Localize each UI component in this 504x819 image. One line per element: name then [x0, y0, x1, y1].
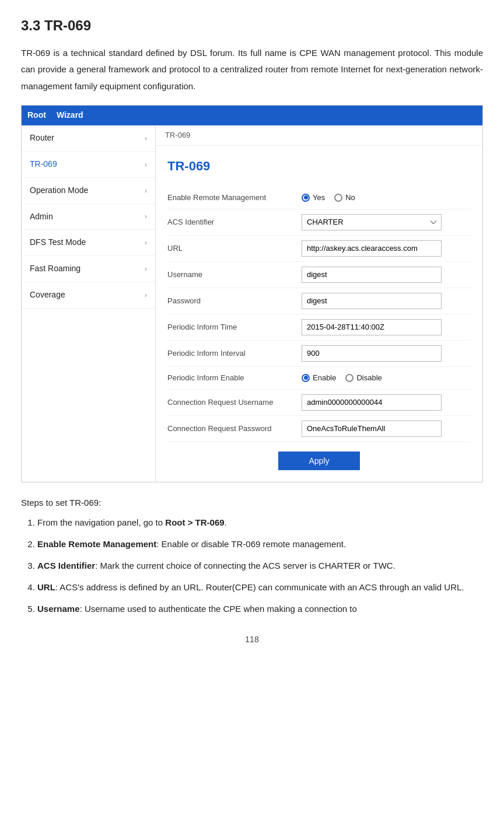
value-username [302, 267, 471, 283]
radio-enable-remote-management: Yes No [302, 191, 355, 204]
step-5: Username: Username used to authenticate … [37, 601, 483, 617]
breadcrumb: TR-069 [156, 125, 482, 146]
field-periodic-inform-interval: Periodic Inform Interval [167, 341, 471, 367]
radio-yes-label: Yes [313, 191, 325, 204]
field-periodic-inform-time: Periodic Inform Time [167, 314, 471, 341]
sidebar-item-coverage[interactable]: Coverage › [22, 282, 155, 309]
label-password: Password [167, 295, 302, 307]
ui-panel: Root Wizard Router › TR-069 › Operation … [21, 105, 483, 482]
step-4: URL: ACS's address is defined by an URL.… [37, 579, 483, 595]
radio-disable-label: Disable [356, 372, 382, 384]
label-url: URL [167, 242, 302, 255]
value-url [302, 240, 471, 257]
value-periodic-inform-enable: Enable Disable [302, 372, 471, 384]
connection-request-password-input[interactable] [302, 421, 442, 437]
steps-section: Steps to set TR-069: From the navigation… [21, 495, 483, 617]
chevron-icon: › [145, 211, 147, 222]
chevron-icon: › [145, 263, 147, 275]
sidebar-item-tr069-label: TR-069 [30, 158, 57, 172]
periodic-inform-time-input[interactable] [302, 319, 442, 335]
nav-wizard[interactable]: Wizard [57, 108, 83, 123]
apply-button[interactable]: Apply [278, 452, 359, 470]
label-username: Username [167, 268, 302, 281]
value-acs-identifier: CHARTER TWC [302, 214, 471, 230]
chevron-icon: › [145, 237, 147, 249]
radio-yes[interactable]: Yes [302, 191, 325, 204]
radio-periodic-inform-enable: Enable Disable [302, 372, 382, 384]
sidebar: Router › TR-069 › Operation Mode › Admin… [22, 125, 156, 482]
sidebar-item-router-label: Router [30, 131, 54, 145]
sidebar-item-admin-label: Admin [30, 210, 53, 224]
radio-no[interactable]: No [334, 191, 355, 204]
chevron-icon: › [145, 159, 147, 170]
intro-paragraph: TR-069 is a technical standard defined b… [21, 45, 483, 95]
chevron-icon: › [145, 132, 147, 144]
sidebar-item-tr069[interactable]: TR-069 › [22, 152, 155, 178]
label-periodic-inform-interval: Periodic Inform Interval [167, 347, 302, 360]
value-connection-request-password [302, 421, 471, 437]
nav-bar: Root Wizard [22, 106, 482, 125]
field-periodic-inform-enable: Periodic Inform Enable Enable Disable [167, 367, 471, 390]
sidebar-item-router[interactable]: Router › [22, 125, 155, 152]
acs-identifier-select[interactable]: CHARTER TWC [302, 214, 442, 230]
radio-enable[interactable]: Enable [302, 372, 336, 384]
value-periodic-inform-interval [302, 345, 471, 362]
chevron-icon: › [145, 289, 147, 301]
field-connection-request-username: Connection Request Username [167, 390, 471, 416]
field-url: URL [167, 236, 471, 262]
radio-dot-no [334, 194, 342, 202]
radio-no-label: No [345, 191, 355, 204]
label-acs-identifier: ACS Identifier [167, 216, 302, 229]
username-input[interactable] [302, 267, 442, 283]
steps-list: From the navigation panel, go to Root > … [21, 514, 483, 617]
step-3: ACS Identifier: Mark the current choice … [37, 558, 483, 573]
label-connection-request-username: Connection Request Username [167, 396, 302, 409]
field-enable-remote-management: Enable Remote Management Yes No [167, 187, 471, 209]
field-username: Username [167, 262, 471, 288]
value-connection-request-username [302, 394, 471, 411]
value-periodic-inform-time [302, 319, 471, 335]
sidebar-item-fast-roaming[interactable]: Fast Roaming › [22, 256, 155, 282]
radio-dot-disable [345, 374, 354, 382]
sidebar-item-dfs-test-mode[interactable]: DFS Test Mode › [22, 230, 155, 256]
label-periodic-inform-time: Periodic Inform Time [167, 321, 302, 334]
radio-dot-enable [302, 374, 310, 382]
step-1: From the navigation panel, go to Root > … [37, 514, 483, 530]
field-password: Password [167, 288, 471, 314]
step-2: Enable Remote Management: Enable or disa… [37, 536, 483, 552]
label-enable-remote-management: Enable Remote Management [167, 191, 302, 204]
password-input[interactable] [302, 293, 442, 309]
value-enable-remote-management: Yes No [302, 191, 471, 204]
sidebar-item-coverage-label: Coverage [30, 288, 65, 302]
steps-intro: Steps to set TR-069: [21, 495, 483, 510]
periodic-inform-interval-input[interactable] [302, 345, 442, 362]
sidebar-item-fast-roaming-label: Fast Roaming [30, 262, 80, 276]
field-acs-identifier: ACS Identifier CHARTER TWC [167, 209, 471, 236]
ui-body: Router › TR-069 › Operation Mode › Admin… [22, 125, 482, 482]
value-password [302, 293, 471, 309]
page-heading: 3.3 TR-069 [21, 14, 483, 38]
url-input[interactable] [302, 240, 442, 257]
form-area: TR-069 Enable Remote Management Yes [156, 146, 482, 482]
radio-disable[interactable]: Disable [345, 372, 382, 384]
connection-request-username-input[interactable] [302, 394, 442, 411]
radio-dot-yes [302, 194, 310, 202]
page-number: 118 [21, 633, 483, 647]
radio-enable-label: Enable [313, 372, 336, 384]
nav-root[interactable]: Root [27, 108, 46, 123]
sidebar-item-dfs-label: DFS Test Mode [30, 236, 86, 250]
label-connection-request-password: Connection Request Password [167, 422, 302, 435]
label-periodic-inform-enable: Periodic Inform Enable [167, 372, 302, 384]
chevron-icon: › [145, 185, 147, 197]
main-content: TR-069 TR-069 Enable Remote Management Y… [156, 125, 482, 482]
sidebar-item-operation-mode[interactable]: Operation Mode › [22, 178, 155, 204]
field-connection-request-password: Connection Request Password [167, 416, 471, 442]
sidebar-item-operation-mode-label: Operation Mode [30, 184, 88, 198]
form-title: TR-069 [167, 155, 471, 177]
sidebar-item-admin[interactable]: Admin › [22, 204, 155, 230]
